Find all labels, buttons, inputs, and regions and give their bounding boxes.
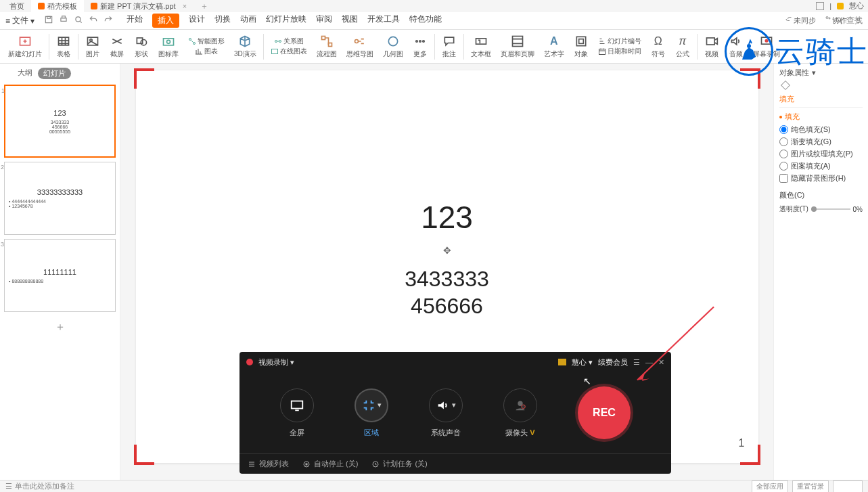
fill-picture[interactable]: 图片或纹理填充(P) bbox=[779, 149, 863, 159]
close-icon[interactable]: × bbox=[183, 2, 187, 10]
fill-gradient[interactable]: 渐变填充(G) bbox=[779, 137, 863, 147]
tab-features[interactable]: 特色功能 bbox=[409, 14, 442, 28]
tab-home[interactable]: 首页 bbox=[3, 0, 31, 13]
record-frame-corner bbox=[134, 68, 154, 89]
reset-bg-button[interactable]: 重置背景 bbox=[792, 480, 829, 493]
member-icon bbox=[837, 3, 844, 9]
slide-thumb-2[interactable]: 2 33333333333 • 4444444444444 • 12345678 bbox=[4, 162, 116, 235]
tab-dev[interactable]: 开发工具 bbox=[367, 14, 400, 28]
formula-button[interactable]: π公式 bbox=[671, 35, 694, 59]
camera-option[interactable]: 摄像头 V bbox=[503, 388, 537, 438]
notes-placeholder[interactable]: ☰ 单击此处添加备注 bbox=[5, 481, 74, 491]
svg-point-38 bbox=[522, 405, 526, 409]
new-slide-button[interactable]: 新建幻灯片 bbox=[4, 35, 46, 59]
slidenum-button[interactable]: 幻灯片编号 bbox=[598, 37, 641, 46]
screenshot-button[interactable]: 截屏 bbox=[106, 35, 129, 59]
fill-solid[interactable]: 纯色填充(S) bbox=[779, 125, 863, 135]
undo-icon[interactable] bbox=[89, 15, 98, 26]
recorder-user[interactable]: 慧心 ▾ bbox=[572, 357, 593, 367]
svg-point-7 bbox=[829, 18, 830, 19]
svg-rect-21 bbox=[321, 36, 325, 39]
hide-bg-check[interactable]: 隐藏背景图形(H) bbox=[779, 173, 863, 183]
3d-demo-button[interactable]: 3D演示 bbox=[230, 35, 260, 59]
audio-option[interactable]: ▾ 系统声音 bbox=[429, 388, 463, 438]
tab-insert[interactable]: 插入 bbox=[152, 14, 179, 28]
slide-text-1[interactable]: 3433333 bbox=[136, 267, 758, 292]
svg-rect-14 bbox=[164, 38, 174, 45]
gallery-button[interactable]: 图标库 bbox=[154, 35, 183, 59]
thumbs-header: 大纲 幻灯片 bbox=[4, 66, 116, 81]
top-right-controls: | 慧心 bbox=[816, 1, 864, 11]
sync-status[interactable]: 未同步 bbox=[785, 15, 816, 26]
wordart-button[interactable]: A艺术字 bbox=[540, 35, 568, 59]
tab-document[interactable]: 新建 PPT 演示文稿.ppt× bbox=[84, 0, 193, 13]
outline-tab[interactable]: 大纲 bbox=[18, 68, 32, 79]
image-button[interactable]: 图片 bbox=[81, 35, 104, 59]
plan-task-button[interactable]: 计划任务 (关) bbox=[371, 459, 427, 469]
slide-thumb-1[interactable]: 1 123 3433333 456666 00555555 bbox=[4, 85, 116, 158]
mindmap-button[interactable]: 思维导图 bbox=[342, 35, 378, 59]
relation-button[interactable]: 关系图 bbox=[274, 37, 304, 46]
chart-button[interactable]: 图表 bbox=[195, 47, 218, 56]
recorder-options: 全屏 ▾ 区域 ▾ 系统声音 摄像头 V REC bbox=[239, 372, 671, 453]
minimize-icon[interactable]: — bbox=[645, 358, 653, 366]
tab-start[interactable]: 开始 bbox=[127, 14, 143, 28]
symbol-button[interactable]: Ω符号 bbox=[647, 35, 670, 59]
user-name[interactable]: 慧心 bbox=[849, 1, 864, 11]
object-button[interactable]: 对象 bbox=[570, 35, 593, 59]
fullscreen-option[interactable]: 全屏 bbox=[280, 388, 314, 438]
tab-template[interactable]: 稻壳模板 bbox=[31, 0, 84, 13]
new-tab-button[interactable]: ＋ bbox=[200, 1, 208, 12]
slide-title[interactable]: 123 bbox=[136, 199, 758, 236]
fill-tab[interactable]: 填充 bbox=[779, 94, 863, 108]
renew-link[interactable]: 续费会员 bbox=[598, 357, 628, 367]
fill-pattern[interactable]: 图案填充(A) bbox=[779, 161, 863, 171]
video-button[interactable]: 视频 bbox=[700, 35, 723, 59]
tab-slideshow[interactable]: 幻灯片放映 bbox=[266, 14, 306, 28]
share-icon[interactable]: ⇪ bbox=[855, 16, 861, 25]
tips-button[interactable]: 操作技 bbox=[833, 480, 863, 493]
slides-tab[interactable]: 幻灯片 bbox=[38, 68, 71, 79]
add-slide-button[interactable]: ＋ bbox=[4, 316, 116, 338]
recorder-titlebar[interactable]: 视频录制 ▾ 慧心 ▾ 续费会员 ☰ — ✕ bbox=[239, 352, 671, 372]
tab-design[interactable]: 设计 bbox=[189, 14, 205, 28]
svg-point-19 bbox=[279, 41, 281, 43]
shape-icon[interactable] bbox=[781, 81, 790, 90]
tab-review[interactable]: 审阅 bbox=[316, 14, 332, 28]
print-icon[interactable] bbox=[59, 15, 68, 26]
more-button[interactable]: 更多 bbox=[409, 35, 432, 59]
record-button[interactable]: REC bbox=[578, 386, 631, 439]
shape-button[interactable]: 形状 bbox=[130, 35, 153, 59]
close-icon[interactable]: ✕ bbox=[658, 358, 664, 367]
file-menu[interactable]: ≡ 文件 ▾ bbox=[5, 15, 35, 26]
region-option[interactable]: ▾ 区域 bbox=[355, 388, 388, 438]
apply-all-button[interactable]: 全部应用 bbox=[752, 480, 788, 493]
smart-graphic-button[interactable]: 智能图形 bbox=[188, 37, 225, 46]
redo-icon[interactable] bbox=[104, 15, 113, 26]
slide-text-2[interactable]: 456666 bbox=[136, 294, 758, 319]
collab-button[interactable]: 协作 bbox=[824, 15, 847, 26]
datetime-button[interactable]: 日期和时间 bbox=[598, 47, 641, 56]
app-box-icon[interactable] bbox=[816, 2, 824, 10]
tab-transition[interactable]: 切换 bbox=[214, 14, 231, 28]
textbox-button[interactable]: 文本框 bbox=[467, 35, 495, 59]
headerfooter-button[interactable]: 页眉和页脚 bbox=[497, 35, 539, 59]
slide-thumb-3[interactable]: 3 11111111 • 888888888888 bbox=[4, 239, 116, 312]
video-list-button[interactable]: 视频列表 bbox=[248, 459, 289, 469]
comment-button[interactable]: 批注 bbox=[438, 35, 461, 59]
flow-button[interactable]: 流程图 bbox=[313, 35, 341, 59]
properties-panel: 对象属性 ▾ 填充 填充 纯色填充(S) 渐变填充(G) 图片或纹理填充(P) … bbox=[773, 64, 868, 480]
color-label: 颜色(C) bbox=[779, 190, 863, 200]
online-chart-button[interactable]: 在线图表 bbox=[271, 47, 307, 56]
table-button[interactable]: 表格 bbox=[52, 35, 75, 59]
tab-animation[interactable]: 动画 bbox=[240, 14, 256, 28]
opacity-slider[interactable] bbox=[811, 208, 850, 210]
record-frame-corner bbox=[134, 445, 154, 465]
menu-icon[interactable]: ☰ bbox=[633, 358, 640, 367]
preview-icon[interactable] bbox=[74, 15, 83, 26]
tab-view[interactable]: 视图 bbox=[342, 14, 358, 28]
anyshape-button[interactable]: 几何图 bbox=[379, 35, 407, 59]
auto-stop-button[interactable]: 自动停止 (关) bbox=[302, 459, 358, 469]
save-icon[interactable] bbox=[44, 15, 53, 26]
member-icon bbox=[558, 359, 566, 365]
